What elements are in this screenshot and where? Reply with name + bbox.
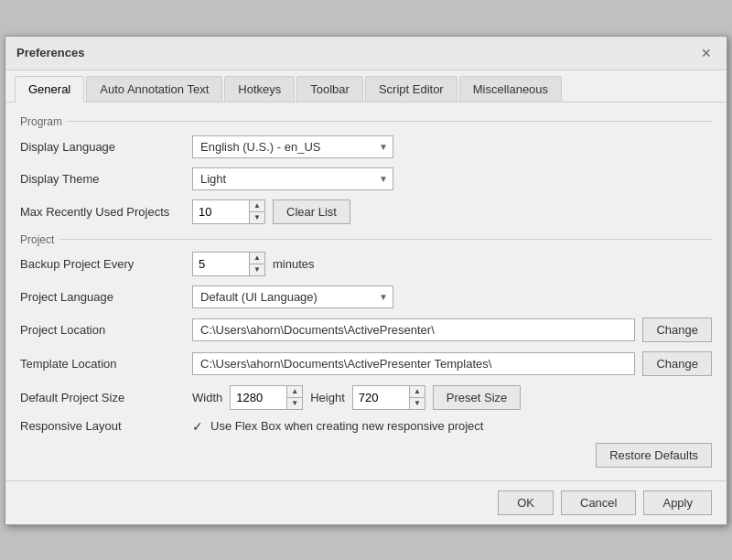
tab-miscellaneous[interactable]: Miscellaneous	[459, 76, 562, 102]
minutes-label: minutes	[273, 257, 315, 271]
display-theme-row: Display Theme Light Dark ▼	[20, 167, 712, 190]
tab-hotkeys[interactable]: Hotkeys	[224, 76, 295, 102]
display-language-select[interactable]: English (U.S.) - en_US French - fr_FR Ge…	[192, 135, 393, 158]
dialog-footer: OK Cancel Apply	[5, 480, 727, 524]
display-theme-select[interactable]: Light Dark	[192, 167, 393, 190]
max-recently-input[interactable]	[193, 200, 249, 223]
project-location-change-button[interactable]: Change	[642, 318, 712, 342]
height-decrement-button[interactable]: ▼	[410, 397, 425, 409]
height-spinbox: ▲ ▼	[352, 385, 425, 410]
height-increment-button[interactable]: ▲	[410, 386, 425, 397]
max-recently-increment-button[interactable]: ▲	[250, 200, 264, 211]
tab-bar: General Auto Annotation Text Hotkeys Too…	[5, 70, 727, 102]
height-spinbox-buttons: ▲ ▼	[409, 386, 425, 409]
project-size-controls: Width ▲ ▼ Height ▲ ▼ Preset Size	[192, 385, 521, 410]
preset-size-button[interactable]: Preset Size	[433, 385, 521, 410]
max-recently-row: Max Recently Used Projects ▲ ▼ Clear Lis…	[20, 199, 712, 224]
width-label: Width	[192, 391, 222, 404]
template-location-label: Template Location	[20, 357, 185, 371]
backup-increment-button[interactable]: ▲	[250, 253, 264, 264]
responsive-layout-checkbox-label: Use Flex Box when creating new responsiv…	[210, 419, 483, 433]
project-language-label: Project Language	[20, 290, 185, 304]
width-increment-button[interactable]: ▲	[287, 386, 302, 397]
cancel-button[interactable]: Cancel	[561, 490, 636, 515]
height-input[interactable]	[353, 386, 409, 409]
max-recently-spinbox-buttons: ▲ ▼	[249, 200, 264, 223]
preferences-dialog: Preferences ✕ General Auto Annotation Te…	[5, 36, 727, 525]
preferences-content: Program Display Language English (U.S.) …	[5, 102, 727, 480]
tab-general[interactable]: General	[15, 76, 84, 102]
template-location-input[interactable]	[192, 352, 635, 375]
backup-spinbox: ▲ ▼	[192, 252, 265, 276]
display-language-select-wrapper: English (U.S.) - en_US French - fr_FR Ge…	[192, 135, 393, 158]
clear-list-button[interactable]: Clear List	[273, 199, 350, 224]
backup-label: Backup Project Every	[20, 257, 185, 271]
max-recently-decrement-button[interactable]: ▼	[250, 211, 264, 223]
width-input[interactable]	[231, 386, 286, 409]
apply-button[interactable]: Apply	[643, 490, 712, 515]
restore-defaults-button[interactable]: Restore Defaults	[596, 443, 712, 468]
width-spinbox-buttons: ▲ ▼	[286, 386, 302, 409]
width-decrement-button[interactable]: ▼	[287, 397, 302, 409]
title-bar: Preferences ✕	[5, 37, 727, 70]
project-location-input[interactable]	[192, 318, 635, 341]
restore-defaults-row: Restore Defaults	[20, 443, 712, 468]
backup-decrement-button[interactable]: ▼	[250, 264, 264, 275]
max-recently-label: Max Recently Used Projects	[20, 205, 185, 219]
backup-row: Backup Project Every ▲ ▼ minutes	[20, 252, 712, 276]
display-theme-label: Display Theme	[20, 172, 185, 186]
max-recently-spinbox: ▲ ▼	[192, 199, 265, 224]
project-size-row: Default Project Size Width ▲ ▼ Height ▲ …	[20, 385, 712, 410]
checkmark-icon: ✓	[192, 419, 203, 434]
backup-spinbox-buttons: ▲ ▼	[249, 253, 264, 275]
project-language-row: Project Language Default (UI Language) E…	[20, 285, 712, 308]
height-label: Height	[310, 391, 345, 404]
display-theme-select-wrapper: Light Dark ▼	[192, 167, 393, 190]
responsive-layout-row: Responsive Layout ✓ Use Flex Box when cr…	[20, 419, 712, 434]
project-size-label: Default Project Size	[20, 391, 185, 404]
template-location-change-button[interactable]: Change	[642, 351, 712, 376]
project-location-label: Project Location	[20, 323, 185, 337]
tab-toolbar[interactable]: Toolbar	[296, 76, 363, 102]
project-language-select-wrapper: Default (UI Language) English French ▼	[192, 285, 393, 308]
project-section-label: Project	[20, 233, 712, 246]
tab-auto-annotation[interactable]: Auto Annotation Text	[86, 76, 222, 102]
display-language-row: Display Language English (U.S.) - en_US …	[20, 135, 712, 158]
tab-script-editor[interactable]: Script Editor	[365, 76, 458, 102]
responsive-layout-label: Responsive Layout	[20, 419, 185, 433]
template-location-row: Template Location Change	[20, 351, 712, 376]
program-section-label: Program	[20, 115, 712, 128]
project-language-select[interactable]: Default (UI Language) English French	[192, 285, 393, 308]
backup-input[interactable]	[193, 253, 249, 275]
close-button[interactable]: ✕	[697, 44, 716, 62]
ok-button[interactable]: OK	[498, 490, 554, 515]
display-language-label: Display Language	[20, 140, 185, 154]
project-location-row: Project Location Change	[20, 318, 712, 342]
responsive-layout-checkbox-row: ✓ Use Flex Box when creating new respons…	[192, 419, 483, 434]
dialog-title: Preferences	[16, 46, 84, 59]
width-spinbox: ▲ ▼	[230, 385, 303, 410]
